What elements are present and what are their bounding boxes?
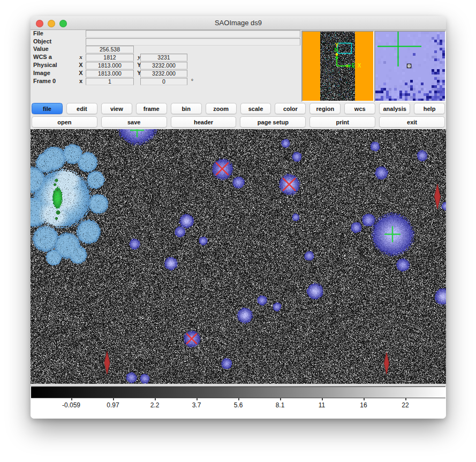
frame-zoom-field[interactable]: 1 (86, 78, 134, 85)
minimize-button[interactable] (48, 20, 55, 27)
ds9-window: SAOImage ds9 File Object Value 256.538 W… (31, 16, 446, 419)
colorbar-tick (71, 398, 72, 400)
frame-x-sublabel: x (77, 78, 85, 85)
wcs-y-field[interactable]: 3231 (140, 54, 187, 61)
button-exit[interactable]: exit (379, 116, 445, 128)
file-field[interactable] (86, 30, 300, 38)
file-label: File (33, 30, 43, 37)
image-x-sublabel: X (77, 70, 85, 77)
image-x-field[interactable]: 1813.000 (86, 70, 134, 77)
colorbar-tick (405, 398, 406, 400)
colorbar-tick-label: 22 (402, 401, 409, 409)
image-label: Image (33, 70, 50, 77)
physical-x-sublabel: X (77, 62, 85, 69)
physical-x-field[interactable]: 1813.000 (86, 62, 134, 69)
colorbar-tick-label: 2.2 (150, 401, 160, 409)
value-label: Value (33, 46, 49, 53)
button-open[interactable]: open (32, 116, 97, 128)
colorbar-tick-label: 3.7 (192, 401, 201, 409)
button-print[interactable]: print (309, 116, 375, 128)
colorbar-tick (322, 398, 323, 400)
menu-help[interactable]: help (414, 103, 445, 114)
button-save[interactable]: save (101, 116, 167, 128)
menu-file[interactable]: file (32, 103, 63, 114)
wcs-label: WCS a (33, 54, 52, 61)
menu-edit[interactable]: edit (66, 103, 97, 114)
menu-wcs[interactable]: wcs (344, 103, 375, 114)
wcs-x-field[interactable]: 1812 (86, 54, 134, 61)
colorbar-tick-label: -0.059 (62, 401, 80, 409)
menu-bar: fileeditviewframebinzoomscalecolorregion… (32, 103, 445, 114)
wcs-x-sublabel: x (77, 54, 85, 61)
value-field[interactable]: 256.538 (86, 46, 134, 53)
menu-zoom[interactable]: zoom (206, 103, 237, 114)
colorbar-tick (280, 398, 281, 400)
menu-view[interactable]: view (101, 103, 132, 114)
colorbar-tick-label: 0.97 (107, 401, 119, 409)
colorbar-tick-label: 5.6 (234, 401, 243, 409)
menu-bin[interactable]: bin (171, 103, 202, 114)
colorbar-tick-label: 16 (360, 401, 367, 409)
menu-analysis[interactable]: analysis (379, 103, 410, 114)
close-button[interactable] (36, 20, 43, 27)
object-label: Object (33, 38, 51, 45)
colorbar-tick (238, 398, 239, 400)
menu-frame[interactable]: frame (136, 103, 167, 114)
degree-suffix: ° (190, 78, 195, 85)
traffic-lights (36, 20, 67, 27)
button-header[interactable]: header (171, 116, 237, 128)
physical-label: Physical (33, 62, 57, 69)
colorbar-tick (364, 398, 365, 400)
colorbar-tick (197, 398, 198, 400)
object-field[interactable] (86, 38, 300, 46)
colorbar-tick-label: 8.1 (276, 401, 285, 409)
colorbar[interactable] (31, 386, 445, 398)
menu-shortcut-bar: opensaveheaderpage setupprintexit (32, 116, 445, 128)
colorbar-tick (113, 398, 114, 400)
maximize-button[interactable] (59, 20, 67, 27)
image-display[interactable] (31, 129, 446, 384)
colorbar-tick (155, 398, 156, 400)
menu-region[interactable]: region (309, 103, 341, 114)
magnifier[interactable] (374, 31, 446, 102)
window-title: SAOImage ds9 (31, 16, 446, 29)
menu-color[interactable]: color (275, 103, 306, 114)
frame-label: Frame 0 (33, 78, 56, 85)
menu-scale[interactable]: scale (240, 103, 271, 114)
colorbar-tick-label: 11 (319, 401, 325, 409)
button-page-setup[interactable]: page setup (240, 116, 306, 128)
panner[interactable] (301, 31, 374, 102)
title-bar[interactable]: SAOImage ds9 (31, 16, 446, 30)
physical-y-field[interactable]: 3232.000 (140, 62, 187, 69)
frame-rotate-field[interactable]: 0 (140, 78, 187, 85)
image-y-field[interactable]: 3232.000 (140, 70, 187, 77)
